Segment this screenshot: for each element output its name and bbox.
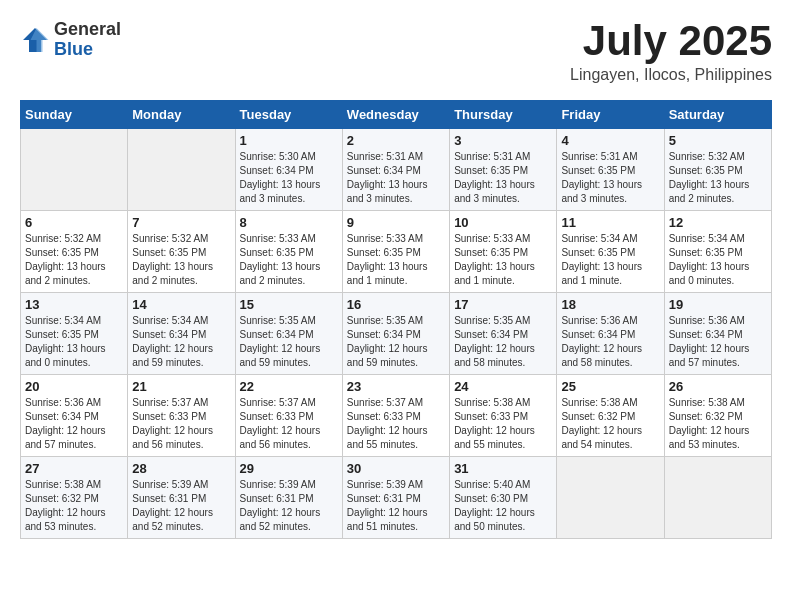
weekday-header-tuesday: Tuesday	[235, 101, 342, 129]
calendar-cell: 28Sunrise: 5:39 AM Sunset: 6:31 PM Dayli…	[128, 457, 235, 539]
day-number: 12	[669, 215, 767, 230]
calendar-week-4: 20Sunrise: 5:36 AM Sunset: 6:34 PM Dayli…	[21, 375, 772, 457]
day-number: 30	[347, 461, 445, 476]
day-info: Sunrise: 5:37 AM Sunset: 6:33 PM Dayligh…	[132, 396, 230, 452]
day-info: Sunrise: 5:39 AM Sunset: 6:31 PM Dayligh…	[240, 478, 338, 534]
day-number: 29	[240, 461, 338, 476]
day-info: Sunrise: 5:33 AM Sunset: 6:35 PM Dayligh…	[454, 232, 552, 288]
day-number: 6	[25, 215, 123, 230]
calendar-cell: 9Sunrise: 5:33 AM Sunset: 6:35 PM Daylig…	[342, 211, 449, 293]
calendar-table: SundayMondayTuesdayWednesdayThursdayFrid…	[20, 100, 772, 539]
day-number: 13	[25, 297, 123, 312]
calendar-cell: 2Sunrise: 5:31 AM Sunset: 6:34 PM Daylig…	[342, 129, 449, 211]
day-info: Sunrise: 5:33 AM Sunset: 6:35 PM Dayligh…	[240, 232, 338, 288]
calendar-cell: 20Sunrise: 5:36 AM Sunset: 6:34 PM Dayli…	[21, 375, 128, 457]
calendar-week-2: 6Sunrise: 5:32 AM Sunset: 6:35 PM Daylig…	[21, 211, 772, 293]
calendar-cell: 7Sunrise: 5:32 AM Sunset: 6:35 PM Daylig…	[128, 211, 235, 293]
calendar-cell: 14Sunrise: 5:34 AM Sunset: 6:34 PM Dayli…	[128, 293, 235, 375]
day-number: 31	[454, 461, 552, 476]
day-number: 1	[240, 133, 338, 148]
day-info: Sunrise: 5:36 AM Sunset: 6:34 PM Dayligh…	[25, 396, 123, 452]
day-number: 24	[454, 379, 552, 394]
weekday-header-row: SundayMondayTuesdayWednesdayThursdayFrid…	[21, 101, 772, 129]
day-info: Sunrise: 5:35 AM Sunset: 6:34 PM Dayligh…	[240, 314, 338, 370]
calendar-week-1: 1Sunrise: 5:30 AM Sunset: 6:34 PM Daylig…	[21, 129, 772, 211]
day-info: Sunrise: 5:34 AM Sunset: 6:35 PM Dayligh…	[561, 232, 659, 288]
day-info: Sunrise: 5:36 AM Sunset: 6:34 PM Dayligh…	[561, 314, 659, 370]
day-info: Sunrise: 5:35 AM Sunset: 6:34 PM Dayligh…	[454, 314, 552, 370]
day-number: 15	[240, 297, 338, 312]
weekday-header-sunday: Sunday	[21, 101, 128, 129]
day-number: 16	[347, 297, 445, 312]
day-number: 23	[347, 379, 445, 394]
day-info: Sunrise: 5:40 AM Sunset: 6:30 PM Dayligh…	[454, 478, 552, 534]
calendar-cell: 18Sunrise: 5:36 AM Sunset: 6:34 PM Dayli…	[557, 293, 664, 375]
calendar-cell	[557, 457, 664, 539]
day-info: Sunrise: 5:36 AM Sunset: 6:34 PM Dayligh…	[669, 314, 767, 370]
calendar-cell: 30Sunrise: 5:39 AM Sunset: 6:31 PM Dayli…	[342, 457, 449, 539]
day-info: Sunrise: 5:34 AM Sunset: 6:35 PM Dayligh…	[669, 232, 767, 288]
day-info: Sunrise: 5:32 AM Sunset: 6:35 PM Dayligh…	[669, 150, 767, 206]
day-info: Sunrise: 5:34 AM Sunset: 6:34 PM Dayligh…	[132, 314, 230, 370]
calendar-cell: 29Sunrise: 5:39 AM Sunset: 6:31 PM Dayli…	[235, 457, 342, 539]
weekday-header-wednesday: Wednesday	[342, 101, 449, 129]
day-number: 20	[25, 379, 123, 394]
calendar-cell: 5Sunrise: 5:32 AM Sunset: 6:35 PM Daylig…	[664, 129, 771, 211]
day-info: Sunrise: 5:31 AM Sunset: 6:35 PM Dayligh…	[454, 150, 552, 206]
calendar-cell: 27Sunrise: 5:38 AM Sunset: 6:32 PM Dayli…	[21, 457, 128, 539]
calendar-cell: 16Sunrise: 5:35 AM Sunset: 6:34 PM Dayli…	[342, 293, 449, 375]
day-info: Sunrise: 5:33 AM Sunset: 6:35 PM Dayligh…	[347, 232, 445, 288]
calendar-cell: 12Sunrise: 5:34 AM Sunset: 6:35 PM Dayli…	[664, 211, 771, 293]
day-number: 19	[669, 297, 767, 312]
weekday-header-saturday: Saturday	[664, 101, 771, 129]
calendar-cell: 4Sunrise: 5:31 AM Sunset: 6:35 PM Daylig…	[557, 129, 664, 211]
day-info: Sunrise: 5:37 AM Sunset: 6:33 PM Dayligh…	[240, 396, 338, 452]
title-area: July 2025 Lingayen, Ilocos, Philippines	[570, 20, 772, 84]
location: Lingayen, Ilocos, Philippines	[570, 66, 772, 84]
calendar-cell: 17Sunrise: 5:35 AM Sunset: 6:34 PM Dayli…	[450, 293, 557, 375]
day-info: Sunrise: 5:37 AM Sunset: 6:33 PM Dayligh…	[347, 396, 445, 452]
calendar-cell: 11Sunrise: 5:34 AM Sunset: 6:35 PM Dayli…	[557, 211, 664, 293]
logo-text: General Blue	[54, 20, 121, 60]
calendar-cell: 24Sunrise: 5:38 AM Sunset: 6:33 PM Dayli…	[450, 375, 557, 457]
logo-blue: Blue	[54, 40, 121, 60]
calendar-cell: 21Sunrise: 5:37 AM Sunset: 6:33 PM Dayli…	[128, 375, 235, 457]
day-number: 4	[561, 133, 659, 148]
day-info: Sunrise: 5:32 AM Sunset: 6:35 PM Dayligh…	[132, 232, 230, 288]
calendar-cell: 13Sunrise: 5:34 AM Sunset: 6:35 PM Dayli…	[21, 293, 128, 375]
weekday-header-thursday: Thursday	[450, 101, 557, 129]
day-number: 28	[132, 461, 230, 476]
day-number: 21	[132, 379, 230, 394]
calendar-cell: 19Sunrise: 5:36 AM Sunset: 6:34 PM Dayli…	[664, 293, 771, 375]
day-number: 9	[347, 215, 445, 230]
calendar-cell: 10Sunrise: 5:33 AM Sunset: 6:35 PM Dayli…	[450, 211, 557, 293]
calendar-cell: 25Sunrise: 5:38 AM Sunset: 6:32 PM Dayli…	[557, 375, 664, 457]
calendar-cell: 23Sunrise: 5:37 AM Sunset: 6:33 PM Dayli…	[342, 375, 449, 457]
day-number: 17	[454, 297, 552, 312]
day-number: 26	[669, 379, 767, 394]
calendar-week-3: 13Sunrise: 5:34 AM Sunset: 6:35 PM Dayli…	[21, 293, 772, 375]
day-info: Sunrise: 5:39 AM Sunset: 6:31 PM Dayligh…	[347, 478, 445, 534]
calendar-cell: 1Sunrise: 5:30 AM Sunset: 6:34 PM Daylig…	[235, 129, 342, 211]
calendar-cell: 22Sunrise: 5:37 AM Sunset: 6:33 PM Dayli…	[235, 375, 342, 457]
calendar-cell	[664, 457, 771, 539]
day-number: 3	[454, 133, 552, 148]
day-number: 10	[454, 215, 552, 230]
calendar-cell: 26Sunrise: 5:38 AM Sunset: 6:32 PM Dayli…	[664, 375, 771, 457]
calendar-week-5: 27Sunrise: 5:38 AM Sunset: 6:32 PM Dayli…	[21, 457, 772, 539]
logo-icon	[20, 25, 50, 55]
weekday-header-monday: Monday	[128, 101, 235, 129]
weekday-header-friday: Friday	[557, 101, 664, 129]
day-number: 27	[25, 461, 123, 476]
calendar-cell: 31Sunrise: 5:40 AM Sunset: 6:30 PM Dayli…	[450, 457, 557, 539]
logo-general: General	[54, 20, 121, 40]
calendar-cell: 8Sunrise: 5:33 AM Sunset: 6:35 PM Daylig…	[235, 211, 342, 293]
day-number: 14	[132, 297, 230, 312]
day-info: Sunrise: 5:32 AM Sunset: 6:35 PM Dayligh…	[25, 232, 123, 288]
day-info: Sunrise: 5:31 AM Sunset: 6:34 PM Dayligh…	[347, 150, 445, 206]
day-number: 7	[132, 215, 230, 230]
day-info: Sunrise: 5:38 AM Sunset: 6:32 PM Dayligh…	[669, 396, 767, 452]
day-info: Sunrise: 5:31 AM Sunset: 6:35 PM Dayligh…	[561, 150, 659, 206]
logo: General Blue	[20, 20, 121, 60]
day-number: 25	[561, 379, 659, 394]
